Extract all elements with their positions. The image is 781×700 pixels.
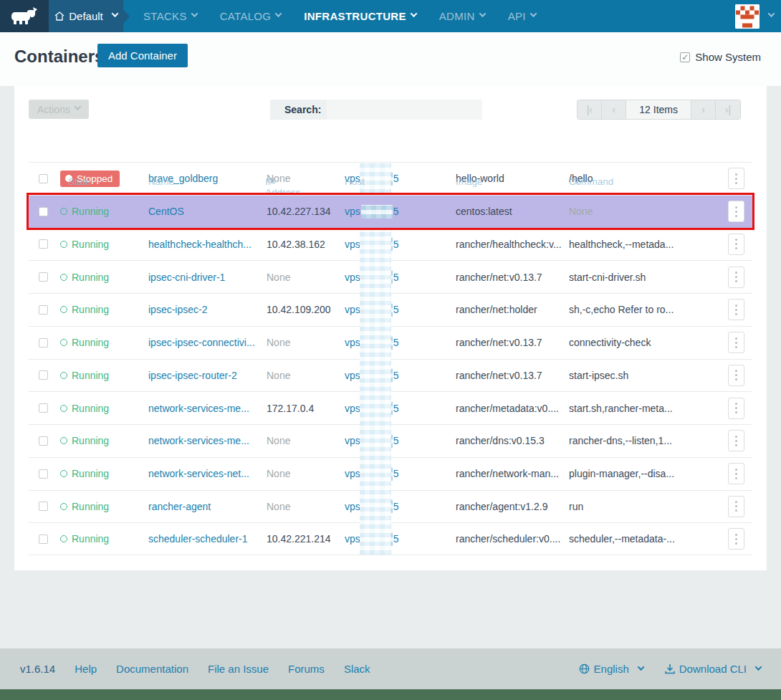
row-checkbox[interactable] bbox=[39, 436, 48, 446]
row-checkbox[interactable] bbox=[39, 239, 48, 249]
footer-link-help[interactable]: Help bbox=[75, 663, 97, 675]
search-input[interactable] bbox=[327, 100, 482, 120]
rancher-logo[interactable] bbox=[0, 0, 49, 32]
container-name-link[interactable]: ipsec-ipsec-connectivi... bbox=[148, 337, 267, 348]
row-menu-button[interactable] bbox=[728, 463, 744, 484]
container-name-link[interactable]: network-services-me... bbox=[148, 403, 267, 414]
host-suffix: 5 bbox=[393, 337, 399, 348]
host-censored-block bbox=[361, 499, 393, 513]
row-checkbox[interactable] bbox=[39, 370, 48, 380]
footer-link-forums[interactable]: Forums bbox=[288, 663, 325, 675]
row-menu-button[interactable] bbox=[728, 430, 744, 451]
container-name-link[interactable]: ipsec-ipsec-router-2 bbox=[148, 370, 267, 381]
host-suffix: 5 bbox=[393, 435, 399, 446]
footer-link-documentation[interactable]: Documentation bbox=[116, 663, 188, 675]
globe-icon bbox=[579, 663, 590, 674]
download-label: Download CLI bbox=[679, 663, 747, 675]
row-checkbox[interactable] bbox=[39, 469, 48, 479]
host-link[interactable]: vps5 bbox=[345, 532, 456, 546]
show-system-toggle[interactable]: ✓ Show System bbox=[680, 51, 761, 63]
row-checkbox[interactable] bbox=[39, 272, 48, 282]
user-menu[interactable] bbox=[735, 0, 781, 32]
state-label: Running bbox=[72, 272, 109, 283]
row-menu-button[interactable] bbox=[728, 332, 744, 353]
next-page-button[interactable]: › bbox=[691, 100, 716, 119]
host-link[interactable]: vps5 bbox=[345, 401, 456, 415]
container-name-link[interactable]: brave_goldberg bbox=[148, 173, 267, 184]
host-link[interactable]: vps5 bbox=[345, 237, 456, 251]
host-link[interactable]: vps5 bbox=[345, 270, 456, 284]
state-label: Running bbox=[72, 501, 109, 512]
host-link[interactable]: vps5 bbox=[345, 205, 456, 219]
nav-item-stacks[interactable]: STACKS bbox=[133, 0, 207, 32]
row-menu-button[interactable] bbox=[728, 168, 744, 189]
host-suffix: 5 bbox=[393, 370, 399, 381]
row-menu-button[interactable] bbox=[728, 398, 744, 419]
container-name-link[interactable]: healthcheck-healthch... bbox=[148, 239, 267, 250]
footer-right: English Download CLI bbox=[579, 663, 761, 675]
running-circle-icon bbox=[60, 437, 67, 444]
last-page-button[interactable]: ›| bbox=[716, 100, 740, 119]
running-state: Running bbox=[60, 533, 148, 545]
row-checkbox[interactable] bbox=[39, 403, 48, 413]
state-cell: Running bbox=[60, 239, 148, 250]
nav-item-catalog[interactable]: CATALOG bbox=[210, 0, 292, 32]
container-name-link[interactable]: ipsec-cni-driver-1 bbox=[148, 272, 267, 283]
first-page-button[interactable]: |‹ bbox=[578, 100, 602, 119]
running-state: Running bbox=[60, 501, 148, 512]
row-checkbox[interactable] bbox=[39, 534, 48, 544]
nav-item-infrastructure[interactable]: INFRASTRUCTURE bbox=[294, 0, 426, 32]
host-censored-block bbox=[361, 270, 393, 284]
row-menu-button[interactable] bbox=[728, 201, 744, 222]
main-menu: STACKSCATALOGINFRASTRUCTUREADMINAPI bbox=[133, 0, 735, 32]
nav-item-admin[interactable]: ADMIN bbox=[429, 0, 495, 32]
footer-link-slack[interactable]: Slack bbox=[344, 663, 370, 675]
command-cell: /hello bbox=[569, 173, 728, 184]
host-link[interactable]: vps5 bbox=[345, 499, 456, 513]
row-menu-button[interactable] bbox=[728, 299, 744, 320]
container-name-link[interactable]: ipsec-ipsec-2 bbox=[148, 304, 267, 315]
host-censored-block bbox=[361, 401, 393, 415]
host-link[interactable]: vps5 bbox=[345, 336, 456, 350]
container-name-link[interactable]: scheduler-scheduler-1 bbox=[148, 533, 267, 545]
show-system-checkbox[interactable]: ✓ bbox=[680, 52, 690, 62]
home-icon bbox=[54, 11, 64, 21]
language-label: English bbox=[594, 663, 629, 675]
nav-item-api[interactable]: API bbox=[498, 0, 546, 32]
footer-link-file-an-issue[interactable]: File an Issue bbox=[208, 663, 269, 675]
row-checkbox[interactable] bbox=[39, 338, 48, 347]
download-cli[interactable]: Download CLI bbox=[665, 663, 761, 675]
nav-item-label: STACKS bbox=[143, 10, 187, 22]
host-link[interactable]: vps5 bbox=[345, 434, 456, 448]
container-name-link[interactable]: network-services-me... bbox=[148, 435, 267, 446]
chevron-down-icon bbox=[410, 10, 417, 17]
host-link[interactable]: vps5 bbox=[345, 172, 456, 186]
state-label: Running bbox=[72, 337, 109, 348]
row-checkbox[interactable] bbox=[39, 174, 48, 183]
host-censored-block bbox=[361, 532, 393, 546]
row-checkbox[interactable] bbox=[39, 502, 48, 511]
top-navbar: Default STACKSCATALOGINFRASTRUCTUREADMIN… bbox=[0, 0, 781, 32]
row-checkbox[interactable] bbox=[39, 207, 48, 216]
host-suffix: 5 bbox=[393, 272, 399, 283]
prev-page-button[interactable]: ‹ bbox=[602, 100, 626, 119]
row-menu-button[interactable] bbox=[728, 234, 744, 255]
row-menu-button[interactable] bbox=[728, 267, 744, 288]
container-name-link[interactable]: network-services-net... bbox=[148, 468, 267, 479]
row-menu-button[interactable] bbox=[728, 528, 744, 550]
row-menu-button[interactable] bbox=[728, 496, 744, 517]
actions-dropdown-button[interactable]: Actions bbox=[29, 100, 89, 119]
running-circle-icon bbox=[60, 274, 67, 281]
row-checkbox[interactable] bbox=[39, 305, 48, 315]
language-selector[interactable]: English bbox=[579, 663, 643, 675]
environment-selector[interactable]: Default bbox=[49, 0, 123, 32]
container-name-link[interactable]: rancher-agent bbox=[148, 501, 267, 512]
running-state: Running bbox=[60, 337, 148, 348]
host-link[interactable]: vps5 bbox=[345, 303, 456, 317]
host-link[interactable]: vps5 bbox=[345, 467, 456, 481]
container-name-link[interactable]: CentOS bbox=[148, 206, 267, 217]
add-container-button[interactable]: Add Container bbox=[97, 44, 188, 67]
host-link[interactable]: vps5 bbox=[345, 368, 456, 382]
chevron-down-icon bbox=[111, 10, 118, 17]
row-menu-button[interactable] bbox=[728, 365, 744, 386]
